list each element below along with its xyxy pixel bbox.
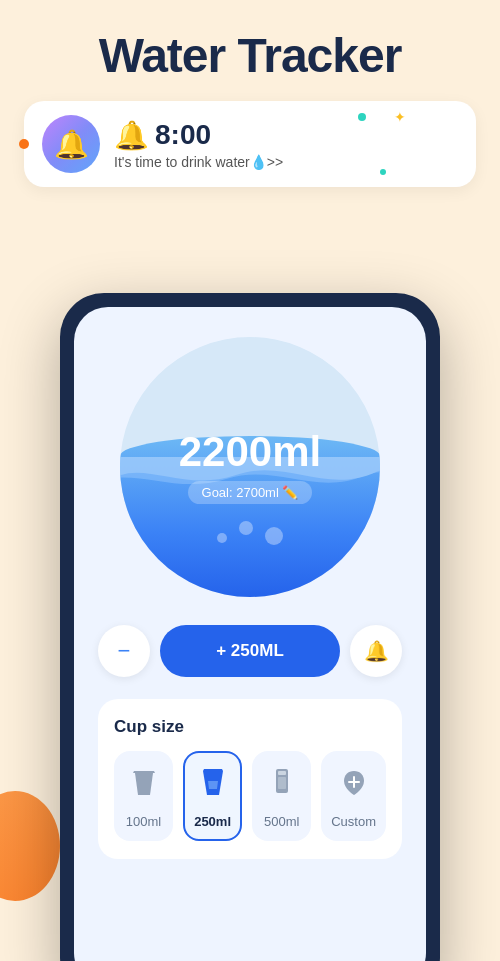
cup-icon-250 [199,767,227,806]
bubble-1 [217,533,227,543]
phone-mockup: 2200ml Goal: 2700ml ✏️ − + 250ML 🔔 [60,293,440,961]
notification-message: It's time to drink water💧>> [114,154,458,170]
cup-label-custom: Custom [331,814,376,829]
water-bubbles [120,521,380,545]
svg-rect-2 [278,777,286,789]
cup-item-100ml[interactable]: 100ml [114,751,173,841]
phone-shell: 2200ml Goal: 2700ml ✏️ − + 250ML 🔔 [60,293,440,961]
notification-time: 🔔 8:00 [114,119,458,152]
cup-label-500ml: 500ml [264,814,299,829]
bubble-2 [239,521,253,535]
water-circle-wrap: 2200ml Goal: 2700ml ✏️ [98,337,402,597]
cup-options: 100ml 250ml [114,751,386,841]
cup-icon-500 [268,767,296,806]
notification-card[interactable]: 🔔 🔔 8:00 It's time to drink water💧>> ✦ [24,101,476,187]
cup-section-title: Cup size [114,717,386,737]
page-title: Water Tracker [0,0,500,83]
cup-item-250ml[interactable]: 250ml [183,751,242,841]
cup-item-custom[interactable]: Custom [321,751,386,841]
cup-item-500ml[interactable]: 500ml [252,751,311,841]
water-circle: 2200ml Goal: 2700ml ✏️ [120,337,380,597]
teal-dot-2 [380,169,386,175]
orange-blob-decorator [0,791,60,901]
bubble-3 [265,527,283,545]
notification-avatar: 🔔 [42,115,100,173]
water-amount: 2200ml [179,431,321,473]
water-goal: Goal: 2700ml ✏️ [188,481,313,504]
cup-icon-custom [340,767,368,806]
notification-text: 🔔 8:00 It's time to drink water💧>> [114,119,458,170]
svg-rect-1 [278,771,286,775]
dot-orange-decorator [19,139,29,149]
phone-screen: 2200ml Goal: 2700ml ✏️ − + 250ML 🔔 [74,307,426,961]
bell-button[interactable]: 🔔 [350,625,402,677]
cup-label-100ml: 100ml [126,814,161,829]
cup-label-250ml: 250ml [194,814,231,829]
add-water-button[interactable]: + 250ML [160,625,340,677]
water-content: 2200ml Goal: 2700ml ✏️ [179,431,321,504]
minus-button[interactable]: − [98,625,150,677]
cup-icon-100 [130,767,158,806]
controls-row: − + 250ML 🔔 [98,625,402,677]
notif-time-icon: 🔔 [114,119,149,152]
cup-section: Cup size 100ml [98,699,402,859]
